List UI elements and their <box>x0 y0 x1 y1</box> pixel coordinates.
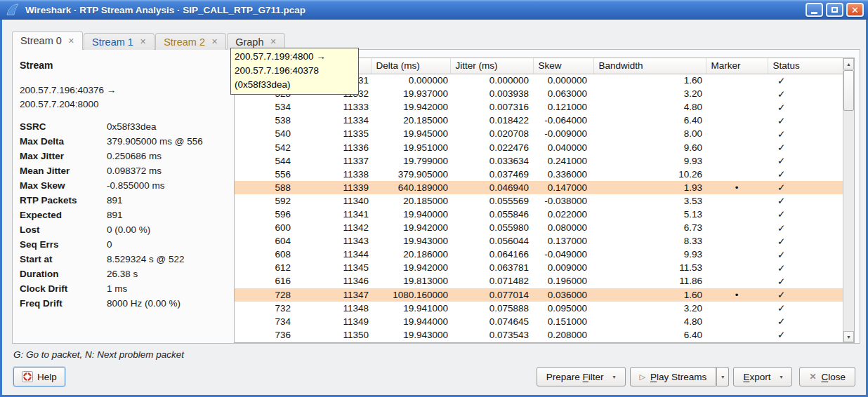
marker-cell <box>706 87 768 100</box>
delta-cell: 20.186000 <box>371 248 450 261</box>
table-row[interactable]: 728113471080.1600000.0770140.0360001.60•… <box>235 288 843 302</box>
close-icon: ✕ <box>851 6 859 15</box>
skew-cell: 0.208000 <box>533 328 593 342</box>
dropdown-arrow-icon: ▾ <box>721 374 724 380</box>
packet-cell: 732 <box>235 302 296 315</box>
close-button[interactable]: ✕Close <box>799 367 855 386</box>
jitter-cell: 0.000000 <box>450 74 533 87</box>
table-row[interactable]: 6041134319.9430000.0560440.1370008.33✓ <box>235 234 843 248</box>
table-row[interactable]: 58811339640.1890000.0469400.1470001.93•✓ <box>235 181 843 194</box>
tab-label: Stream 0 <box>20 35 62 46</box>
bandwidth-cell: 3.20 <box>593 87 706 100</box>
table-row[interactable]: 5921134020.1850000.055569-0.0380003.53✓ <box>235 194 843 208</box>
title-bar[interactable]: Wireshark · RTP Stream Analysis · SIP_CA… <box>0 0 868 20</box>
tab-close-icon[interactable]: ✕ <box>211 37 218 46</box>
sequence-cell: 11343 <box>296 234 371 248</box>
stat-value: 0 <box>107 237 230 252</box>
minimize-button[interactable] <box>805 3 823 17</box>
packet-cell: 544 <box>235 154 296 168</box>
table-row[interactable]: 55611338379.9050000.0374690.33600010.26✓ <box>235 168 843 181</box>
status-cell: ✓ <box>768 328 843 342</box>
bandwidth-cell: 6.40 <box>593 328 706 342</box>
play-streams-dropdown-button[interactable]: ▾ <box>716 367 729 386</box>
bandwidth-cell: 9.60 <box>593 140 706 154</box>
help-button[interactable]: Help <box>13 367 65 386</box>
packet-cell: 608 <box>235 248 296 261</box>
tab-close-icon[interactable]: ✕ <box>140 37 146 46</box>
table-row[interactable]: 5341133319.9420000.0073160.1210004.80✓ <box>235 100 843 114</box>
tooltip-destination: 200.57.7.196:40378 <box>235 64 354 78</box>
column-header-marker[interactable]: Marker <box>706 58 768 74</box>
tab-stream-2[interactable]: Stream 2✕ <box>155 33 226 50</box>
table-row[interactable]: 5421133619.9510000.0224760.0400009.60✓ <box>235 140 843 154</box>
table-row[interactable]: 6121134519.9420000.0637810.00900011.53✓ <box>235 261 843 274</box>
rtp-packet-table: PacketSequenceDelta (ms)Jitter (ms)SkewB… <box>235 58 843 342</box>
sequence-cell: 11348 <box>296 302 371 315</box>
packet-cell: 592 <box>235 194 296 208</box>
status-cell: ✓ <box>768 114 843 127</box>
table-row[interactable]: 7341134919.9440000.0746450.1510004.80✓ <box>235 315 843 328</box>
status-cell: ✓ <box>768 194 843 208</box>
sequence-cell: 11342 <box>296 221 371 234</box>
export-label: Export <box>743 372 770 382</box>
skew-cell: 0.151000 <box>533 315 593 328</box>
maximize-button[interactable] <box>826 3 843 17</box>
status-cell: ✓ <box>768 181 843 194</box>
table-row[interactable]: 5381133420.1850000.018422-0.0640006.40✓ <box>235 114 843 127</box>
scrollbar-thumb[interactable] <box>843 70 854 111</box>
skew-cell: 0.147000 <box>533 181 593 194</box>
jitter-cell: 0.071482 <box>450 274 533 288</box>
tab-stream-0[interactable]: Stream 0✕ <box>12 31 83 50</box>
bandwidth-cell: 8.00 <box>593 127 706 140</box>
delta-cell: 19.943000 <box>371 234 450 248</box>
skew-cell: 0.241000 <box>533 154 593 168</box>
stat-value: -0.855000 ms <box>107 178 230 193</box>
tab-stream-1[interactable]: Stream 1✕ <box>84 33 154 50</box>
marker-cell <box>706 168 768 181</box>
packet-cell: 728 <box>235 288 296 302</box>
table-row[interactable]: 6081134420.1860000.064166-0.0490009.93✓ <box>235 248 843 261</box>
packet-table-container: PacketSequenceDelta (ms)Jitter (ms)SkewB… <box>234 58 855 343</box>
column-header-skew[interactable]: Skew <box>533 58 593 74</box>
skew-cell: 0.121000 <box>533 100 593 114</box>
jitter-cell: 0.064166 <box>450 248 533 261</box>
jitter-cell: 0.022476 <box>450 140 533 154</box>
delta-cell: 20.185000 <box>371 114 450 127</box>
packet-cell: 612 <box>235 261 296 274</box>
packet-cell: 600 <box>235 221 296 234</box>
packet-cell: 588 <box>235 181 296 194</box>
table-row[interactable]: 5441133719.7990000.0336340.2410009.93✓ <box>235 154 843 168</box>
table-row[interactable]: 5961134119.9400000.0558460.0220005.13✓ <box>235 208 843 221</box>
scroll-up-button[interactable]: ▲ <box>843 58 854 69</box>
column-header-jitter-ms-[interactable]: Jitter (ms) <box>450 58 533 74</box>
status-cell: ✓ <box>768 74 843 87</box>
column-header-delta-ms-[interactable]: Delta (ms) <box>371 58 450 74</box>
table-row[interactable]: 7361135019.9430000.0735430.2080006.40✓ <box>235 328 843 342</box>
skew-cell: -0.009000 <box>533 127 593 140</box>
delta-cell: 19.941000 <box>371 302 450 315</box>
tab-close-icon[interactable]: ✕ <box>270 37 277 46</box>
sequence-cell: 11349 <box>296 315 371 328</box>
tab-close-icon[interactable]: ✕ <box>68 36 74 46</box>
table-row[interactable]: 7321134819.9410000.0758880.0950003.20✓ <box>235 302 843 315</box>
bandwidth-cell: 11.86 <box>593 274 706 288</box>
column-header-status[interactable]: Status <box>768 58 843 74</box>
status-cell: ✓ <box>768 140 843 154</box>
prepare-filter-button[interactable]: Prepare Filter▾ <box>537 367 626 386</box>
stat-label: Expected <box>20 208 107 222</box>
close-window-button[interactable]: ✕ <box>846 3 864 17</box>
jitter-cell: 0.055980 <box>450 221 533 234</box>
table-row[interactable]: 6161134619.8130000.0714820.19600011.86✓ <box>235 274 843 288</box>
delta-cell: 1080.160000 <box>371 288 450 302</box>
vertical-scrollbar[interactable]: ▲ ▼ <box>843 58 854 342</box>
jitter-cell: 0.077014 <box>450 288 533 302</box>
scroll-down-button[interactable]: ▼ <box>843 331 854 342</box>
packet-cell: 534 <box>235 100 296 114</box>
jitter-cell: 0.037469 <box>450 168 533 181</box>
table-row[interactable]: 5401133519.9450000.020708-0.0090008.00✓ <box>235 127 843 140</box>
column-header-bandwidth[interactable]: Bandwidth <box>593 58 706 74</box>
table-row[interactable]: 6001134219.9420000.0559800.0800006.73✓ <box>235 221 843 234</box>
play-streams-button[interactable]: ▷Play Streams <box>630 367 717 386</box>
export-button[interactable]: Export▾ <box>733 367 792 386</box>
jitter-cell: 0.074645 <box>450 315 533 328</box>
